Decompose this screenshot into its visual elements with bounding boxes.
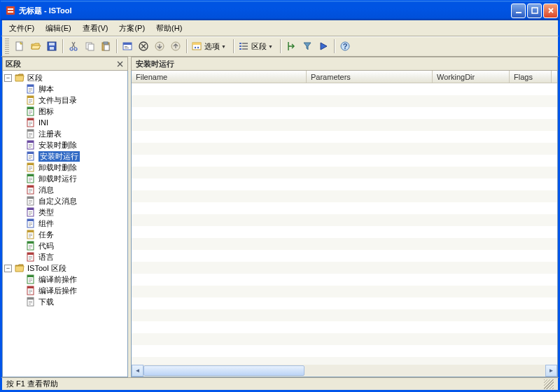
list-row[interactable] bbox=[132, 357, 557, 365]
panel-close-button[interactable] bbox=[115, 59, 125, 69]
properties-button[interactable] bbox=[120, 38, 135, 54]
svg-rect-7 bbox=[49, 43, 55, 46]
list-row[interactable] bbox=[132, 155, 557, 167]
collapse-icon[interactable]: − bbox=[4, 265, 12, 272]
tree-item[interactable]: 下载 bbox=[3, 296, 127, 307]
tree-label: 代码 bbox=[38, 241, 54, 251]
options-icon bbox=[191, 41, 202, 52]
svg-rect-106 bbox=[27, 241, 34, 244]
svg-rect-103 bbox=[29, 235, 32, 236]
list-row[interactable] bbox=[132, 226, 557, 238]
list-row[interactable] bbox=[132, 262, 557, 274]
scroll-right-button[interactable]: ► bbox=[545, 365, 557, 377]
list-row[interactable] bbox=[132, 321, 557, 333]
tree-item[interactable]: 文件与目录 bbox=[3, 94, 127, 106]
open-button[interactable] bbox=[28, 38, 43, 54]
toolbar-grip[interactable] bbox=[5, 38, 9, 54]
maximize-button[interactable] bbox=[527, 4, 542, 18]
list-row[interactable] bbox=[132, 95, 557, 107]
resize-grip[interactable] bbox=[544, 379, 554, 389]
column-header[interactable]: Parameters bbox=[307, 71, 433, 83]
new-button[interactable] bbox=[12, 38, 27, 54]
list-row[interactable] bbox=[132, 298, 557, 309]
horizontal-scrollbar[interactable]: ◄ ► bbox=[132, 365, 557, 377]
list-view[interactable]: FilenameParametersWorkingDirFlags ◄ ► bbox=[131, 71, 558, 377]
list-row[interactable] bbox=[132, 119, 557, 131]
column-header[interactable]: Flags bbox=[510, 71, 552, 83]
tree-item[interactable]: 安装时删除 bbox=[3, 139, 127, 150]
svg-rect-48 bbox=[29, 112, 32, 113]
list-row[interactable] bbox=[132, 83, 557, 95]
list-row[interactable] bbox=[132, 333, 557, 345]
copy-button[interactable] bbox=[82, 38, 97, 54]
tree-item[interactable]: 卸载时删除 bbox=[3, 162, 127, 173]
list-row[interactable] bbox=[132, 202, 557, 214]
sections-dropdown[interactable]: 区段 ▼ bbox=[237, 38, 277, 54]
filter-button[interactable] bbox=[300, 38, 315, 54]
run-button[interactable] bbox=[316, 38, 331, 54]
list-row[interactable] bbox=[132, 131, 557, 143]
compile-button[interactable] bbox=[284, 38, 299, 54]
list-row[interactable] bbox=[132, 345, 557, 357]
column-header[interactable]: WorkingDir bbox=[433, 71, 510, 83]
list-row[interactable] bbox=[132, 143, 557, 155]
tree-item[interactable]: 消息 bbox=[3, 184, 127, 195]
tree-item[interactable]: 脚本 bbox=[3, 83, 127, 94]
move-up-button[interactable] bbox=[168, 38, 183, 54]
svg-rect-17 bbox=[123, 43, 132, 45]
tree-label: 安装时运行 bbox=[38, 151, 80, 162]
help-button[interactable]: ? bbox=[337, 38, 353, 54]
tree-item[interactable]: 组件 bbox=[3, 218, 127, 229]
list-row[interactable] bbox=[132, 190, 557, 202]
sections-tree[interactable]: −区段脚本文件与目录图标INI注册表安装时删除安装时运行卸载时删除卸载时运行消息… bbox=[2, 71, 128, 377]
tree-item[interactable]: 自定义消息 bbox=[3, 195, 127, 206]
scroll-left-button[interactable]: ◄ bbox=[132, 365, 144, 377]
scroll-thumb[interactable] bbox=[144, 365, 304, 376]
menu-scheme[interactable]: 方案(P) bbox=[113, 22, 150, 35]
cut-button[interactable] bbox=[66, 38, 81, 54]
tree-item[interactable]: 语言 bbox=[3, 251, 127, 262]
options-dropdown[interactable]: 选项 ▼ bbox=[190, 38, 230, 54]
list-row[interactable] bbox=[132, 250, 557, 262]
tree-folder[interactable]: −ISTool 区段 bbox=[3, 262, 127, 274]
list-row[interactable] bbox=[132, 286, 557, 298]
item-icon bbox=[25, 139, 36, 150]
tree-item[interactable]: 编译前操作 bbox=[3, 274, 127, 285]
save-button[interactable] bbox=[44, 38, 59, 54]
list-row[interactable] bbox=[132, 107, 557, 119]
list-row[interactable] bbox=[132, 178, 557, 190]
tree-item[interactable]: 代码 bbox=[3, 240, 127, 251]
tree-item[interactable]: 类型 bbox=[3, 206, 127, 218]
list-row[interactable] bbox=[132, 309, 557, 321]
tree-item[interactable]: 卸载时运行 bbox=[3, 173, 127, 184]
delete-button[interactable] bbox=[136, 38, 151, 54]
svg-rect-87 bbox=[29, 200, 32, 201]
minimize-button[interactable] bbox=[511, 4, 526, 18]
close-button[interactable] bbox=[543, 4, 558, 18]
tree-folder[interactable]: −区段 bbox=[3, 72, 127, 83]
svg-rect-1 bbox=[8, 8, 13, 10]
menu-edit[interactable]: 编辑(E) bbox=[40, 22, 77, 35]
list-body[interactable] bbox=[132, 83, 557, 365]
tree-item[interactable]: 注册表 bbox=[3, 128, 127, 139]
paste-button[interactable] bbox=[98, 38, 113, 54]
tree-item[interactable]: INI bbox=[3, 117, 127, 128]
tree-item[interactable]: 安装时运行 bbox=[3, 150, 127, 162]
list-row[interactable] bbox=[132, 167, 557, 178]
list-row[interactable] bbox=[132, 238, 557, 250]
menu-help[interactable]: 帮助(H) bbox=[150, 22, 188, 35]
move-down-button[interactable] bbox=[152, 38, 167, 54]
list-row[interactable] bbox=[132, 214, 557, 226]
menu-file[interactable]: 文件(F) bbox=[4, 22, 40, 35]
tree-item[interactable]: 编译后操作 bbox=[3, 285, 127, 296]
tree-item[interactable]: 任务 bbox=[3, 229, 127, 240]
column-header[interactable]: Filename bbox=[132, 71, 307, 83]
tree-item[interactable]: 图标 bbox=[3, 106, 127, 117]
collapse-icon[interactable]: − bbox=[4, 74, 12, 82]
list-icon bbox=[238, 41, 249, 52]
menu-view[interactable]: 查看(V) bbox=[77, 22, 114, 35]
svg-rect-39 bbox=[29, 91, 31, 92]
scroll-track[interactable] bbox=[144, 365, 545, 377]
list-row[interactable] bbox=[132, 274, 557, 286]
svg-point-25 bbox=[195, 47, 196, 48]
